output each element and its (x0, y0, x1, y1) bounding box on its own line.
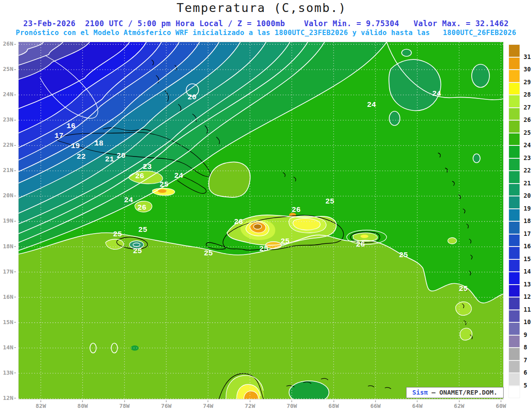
lat-tick-label: 25N (1, 66, 16, 72)
colorbar-cell (509, 322, 520, 335)
colorbar-tick-label: 14 (524, 268, 532, 275)
contour-label-25: 25 (399, 251, 408, 259)
colorbar-tick-label: 30 (524, 66, 532, 73)
temperature-contour-map: 1617181922202123202424262425242625262625… (19, 42, 503, 399)
lat-tick-label: 20N (1, 192, 16, 199)
colorbar-cell (509, 272, 520, 285)
contour-label-22: 22 (77, 153, 86, 161)
colorbar-tick-label: 22 (524, 167, 532, 174)
contour-label-24: 24 (367, 101, 376, 109)
contour-label-24: 24 (174, 172, 183, 180)
contour-label-20: 20 (188, 93, 196, 102)
colorbar-tick-label: 12 (524, 293, 532, 300)
lon-tick-label: 82W (31, 400, 51, 409)
lon-tick-label: 72W (240, 400, 260, 409)
sispi-logo: Sisπ (412, 389, 428, 396)
branding-org: – ONAMET/REP.DOM. (428, 389, 497, 396)
colorbar-cell (509, 360, 520, 373)
contour-label-19: 19 (71, 142, 80, 150)
colorbar-tick-label: 9 (524, 331, 532, 338)
colorbar-cell (509, 221, 520, 234)
colorbar-tick-label: 25 (524, 129, 532, 136)
colorbar-tick-label: 13 (524, 281, 532, 288)
lat-tick-label: 23N (1, 116, 16, 123)
lat-tick-label: 14N (1, 344, 16, 351)
colorbar-cell (509, 70, 520, 82)
colorbar-cell (509, 145, 520, 158)
colorbar-tick-label: 17 (524, 230, 532, 237)
lat-tick-label: 24N (1, 91, 16, 98)
contour-label-26: 26 (356, 240, 365, 249)
contour-label-24: 24 (432, 90, 441, 98)
lat-tick-label: 19N (1, 217, 16, 224)
lon-tick-label: 62W (450, 400, 469, 409)
colorbar-cell (509, 209, 520, 222)
colorbar-tick-label: 23 (524, 154, 532, 161)
lat-tick-label: 22N (1, 141, 16, 148)
colorbar-tick-label: 6 (524, 369, 532, 376)
colorbar-cell (509, 184, 520, 196)
contour-label-25: 25 (259, 245, 268, 253)
contour-label-16: 16 (66, 122, 75, 130)
lon-tick-label: 74W (198, 400, 218, 409)
colorbar-tick-label: 21 (524, 180, 532, 187)
colorbar-cell (509, 95, 520, 108)
lon-tick-label: 80W (73, 400, 92, 409)
contour-label-26: 26 (234, 218, 243, 226)
contour-label-25: 25 (281, 237, 289, 246)
contour-label-25: 25 (133, 247, 142, 255)
colorbar-tick-label: 11 (524, 306, 532, 313)
colorbar-cell (509, 108, 520, 121)
colorbar-cell (509, 348, 520, 360)
colorbar-tick-label: 18 (524, 217, 532, 224)
lon-tick-label: 64W (407, 400, 427, 409)
colorbar-cell (509, 171, 520, 184)
colorbar-tick-label: 8 (524, 344, 532, 351)
contour-label-25: 25 (325, 197, 334, 206)
lon-tick-label: 68W (324, 400, 344, 409)
contour-label-18: 18 (94, 139, 103, 148)
colorbar-cell (509, 297, 520, 310)
colorbar-tick-label: 31 (524, 53, 532, 60)
lat-tick-label: 26N (1, 40, 16, 47)
contour-label-25: 25 (138, 226, 147, 234)
colorbar-cell (509, 310, 520, 323)
colorbar-tick-label: 15 (524, 255, 532, 262)
colorbar-cell (509, 285, 520, 297)
colorbar-cell (509, 57, 520, 70)
colorbar-tick-label: 5 (524, 382, 532, 389)
contour-label-17: 17 (55, 132, 63, 140)
lon-tick-label: 78W (115, 400, 134, 409)
colorbar-tick-label: 27 (524, 104, 532, 111)
contour-label-20: 20 (117, 152, 125, 160)
colorbar-tick-label: 24 (524, 141, 532, 149)
colorbar-cell (509, 259, 520, 272)
weather-map-page: Temperatura (C,somb.) 23-Feb-2026 2100 U… (0, 0, 532, 411)
colorbar-tick-label: 10 (524, 318, 532, 325)
colorbar-cell (509, 373, 520, 386)
colorbar-cell (509, 335, 520, 348)
map-canvas: 1617181922202123202424262425242625262625… (19, 42, 503, 399)
contour-label-25: 25 (113, 230, 122, 239)
colorbar-cell (509, 386, 520, 399)
lon-tick-label: 76W (156, 400, 176, 409)
colorbar-cell (509, 196, 520, 209)
colorbar-tick-label: 28 (524, 91, 532, 98)
lat-tick-label: 21N (1, 167, 16, 173)
contour-label-26: 26 (135, 172, 144, 180)
colorbar-tick-label: 7 (524, 356, 532, 364)
colorbar-tick-label: 16 (524, 243, 532, 250)
colorbar-cell (509, 120, 520, 133)
lat-tick-label: 12N (1, 395, 16, 401)
contour-label-25: 25 (204, 249, 213, 258)
page-title: Temperatura (C,somb.) (0, 1, 523, 15)
contour-label-25: 25 (160, 180, 168, 189)
contour-label-21: 21 (105, 155, 114, 164)
lon-tick-label: 66W (366, 400, 385, 409)
lat-tick-label: 15N (1, 319, 16, 325)
subtitle-validtime: 23-Feb-2026 2100 UTC / 5:00 pm Hora Loca… (0, 19, 532, 28)
colorbar-tick-label: 29 (524, 78, 532, 86)
lat-tick-label: 18N (1, 243, 16, 250)
colorbar-cell (509, 234, 520, 247)
colorbar-cell (509, 44, 520, 57)
